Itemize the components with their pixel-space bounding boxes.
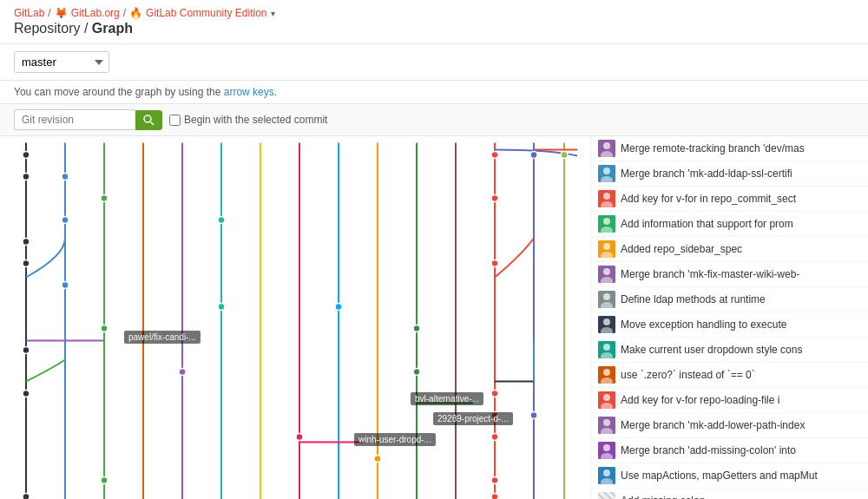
commit-message[interactable]: Make current user dropdown style cons [621, 344, 802, 356]
graph-svg [0, 136, 590, 499]
commit-message[interactable]: Add information that support for prom [621, 218, 793, 230]
svg-point-25 [62, 217, 69, 224]
svg-point-55 [603, 167, 610, 174]
svg-point-37 [413, 369, 420, 376]
commit-item[interactable]: Add key for v-for in repo_commit_sect [591, 187, 868, 212]
svg-point-21 [23, 174, 30, 181]
commit-message[interactable]: Use mapActions, mapGetters and mapMut [621, 469, 818, 482]
commit-avatar [598, 190, 615, 207]
svg-point-31 [218, 304, 225, 311]
svg-point-20 [561, 152, 568, 159]
svg-point-32 [335, 304, 342, 311]
svg-line-1 [151, 121, 155, 125]
commit-item[interactable]: Merge branch 'mk-add-ldap-ssl-certifi [591, 161, 868, 187]
svg-point-43 [491, 434, 498, 441]
main-area: pawel/fix-candi-... bvl-alternative-... … [0, 136, 868, 499]
commit-item[interactable]: Make current user dropdown style cons [591, 338, 868, 363]
branch-label-winh[interactable]: winh-user-dropd-... [354, 433, 436, 446]
commit-message[interactable]: Add key for v-for repo-loading-file i [621, 394, 779, 406]
svg-point-34 [413, 325, 420, 332]
commit-avatar [598, 442, 615, 459]
search-button[interactable] [135, 110, 162, 130]
svg-point-61 [603, 218, 610, 225]
commit-item[interactable]: Added repo_sidebar_spec [591, 237, 868, 262]
commit-message[interactable]: Merge branch 'mk-fix-master-wiki-web- [621, 268, 799, 280]
svg-point-46 [491, 477, 498, 484]
svg-point-52 [603, 142, 610, 149]
commit-avatar [598, 391, 615, 409]
commit-message[interactable]: Added repo_sidebar_spec [621, 243, 742, 255]
svg-point-67 [603, 268, 610, 275]
commit-item[interactable]: use `.zero?` instead of `== 0` [591, 363, 868, 388]
gitlabOrg-link[interactable]: GitLab.org [71, 7, 120, 19]
search-wrap [14, 109, 162, 130]
commit-message[interactable]: Merge branch 'mk-add-ldap-ssl-certifi [621, 167, 792, 180]
title-sep: / [84, 21, 92, 36]
commit-item[interactable]: Merge remote-tracking branch 'dev/mas [591, 136, 868, 161]
commit-avatar [598, 492, 615, 499]
svg-point-26 [218, 217, 225, 224]
commit-message[interactable]: Merge branch 'add-missing-colon' into [621, 444, 796, 456]
sep1: / [48, 7, 50, 19]
svg-point-58 [603, 193, 610, 200]
commit-list: Merge remote-tracking branch 'dev/mas Me… [590, 136, 868, 499]
fox-icon: 🦊 [55, 7, 68, 19]
branch-select[interactable]: master develop stable [14, 51, 109, 73]
arrow-keys-link[interactable]: arrow keys [224, 86, 274, 98]
checkbox-label-text: Begin with the selected commit [184, 114, 327, 126]
commit-avatar [598, 316, 615, 333]
svg-point-24 [491, 195, 498, 202]
commit-avatar [598, 240, 615, 258]
svg-point-36 [179, 369, 186, 376]
commit-item[interactable]: Move exception handling to execute [591, 312, 868, 338]
commit-message[interactable]: use `.zero?` instead of `== 0` [621, 369, 755, 381]
commit-item[interactable]: Add information that support for prom [591, 212, 868, 237]
commit-avatar [598, 215, 615, 233]
commit-item[interactable]: Add missing colon [591, 489, 868, 499]
commit-message[interactable]: Add key for v-for in repo_commit_sect [621, 193, 796, 205]
commit-message[interactable]: Move exception handling to execute [621, 318, 786, 331]
git-revision-input[interactable] [14, 109, 135, 130]
commit-item[interactable]: Define ldap methods at runtime [591, 287, 868, 312]
branch-label-pawel[interactable]: pawel/fix-candi-... [124, 331, 201, 344]
svg-point-27 [23, 239, 30, 246]
search-bar: Begin with the selected commit [0, 103, 868, 136]
commit-item[interactable]: Merge branch 'add-missing-colon' into [591, 438, 868, 463]
commit-avatar [598, 165, 615, 182]
page-title: Repository / Graph [14, 21, 854, 36]
begin-with-commit-label: Begin with the selected commit [169, 114, 327, 126]
graph-title: Graph [92, 21, 133, 36]
gitlab-link[interactable]: GitLab [14, 7, 44, 19]
commit-item[interactable]: Merge branch 'mk-fix-master-wiki-web- [591, 262, 868, 287]
project-link[interactable]: GitLab Community Edition [146, 7, 266, 19]
commit-message[interactable]: Merge remote-tracking branch 'dev/mas [621, 142, 805, 154]
commit-message[interactable]: Define ldap methods at runtime [621, 293, 766, 305]
commit-avatar [598, 266, 615, 283]
svg-point-48 [491, 494, 498, 500]
controls-bar: master develop stable [0, 44, 868, 81]
commit-item[interactable]: Use mapActions, mapGetters and mapMut [591, 463, 868, 489]
svg-point-29 [491, 260, 498, 267]
info-bar: You can move around the graph by using t… [0, 81, 868, 103]
svg-point-33 [101, 325, 108, 332]
commit-message[interactable]: Add missing colon [621, 495, 705, 499]
svg-point-85 [603, 419, 610, 426]
commit-item[interactable]: Add key for v-for repo-loading-file i [591, 388, 868, 413]
info-text-end: . [274, 86, 277, 98]
branch-label-29289[interactable]: 29289-project-d-... [433, 412, 513, 425]
svg-point-45 [101, 477, 108, 484]
commit-message[interactable]: Merge branch 'mk-add-lower-path-index [621, 419, 805, 431]
begin-with-commit-checkbox[interactable] [169, 115, 181, 126]
svg-point-88 [603, 444, 610, 451]
svg-point-38 [23, 391, 30, 397]
branch-label-bvl[interactable]: bvl-alternative-... [411, 392, 483, 405]
commit-item[interactable]: Merge branch 'mk-add-lower-path-index [591, 413, 868, 438]
search-icon [143, 115, 155, 126]
breadcrumb: GitLab / 🦊 GitLab.org / 🔥 GitLab Communi… [14, 7, 854, 19]
graph-canvas[interactable]: pawel/fix-candi-... bvl-alternative-... … [0, 136, 590, 499]
svg-point-23 [101, 195, 108, 202]
svg-point-35 [23, 347, 30, 354]
repo-link[interactable]: Repository [14, 21, 80, 36]
svg-point-47 [23, 494, 30, 500]
svg-point-30 [62, 282, 69, 289]
